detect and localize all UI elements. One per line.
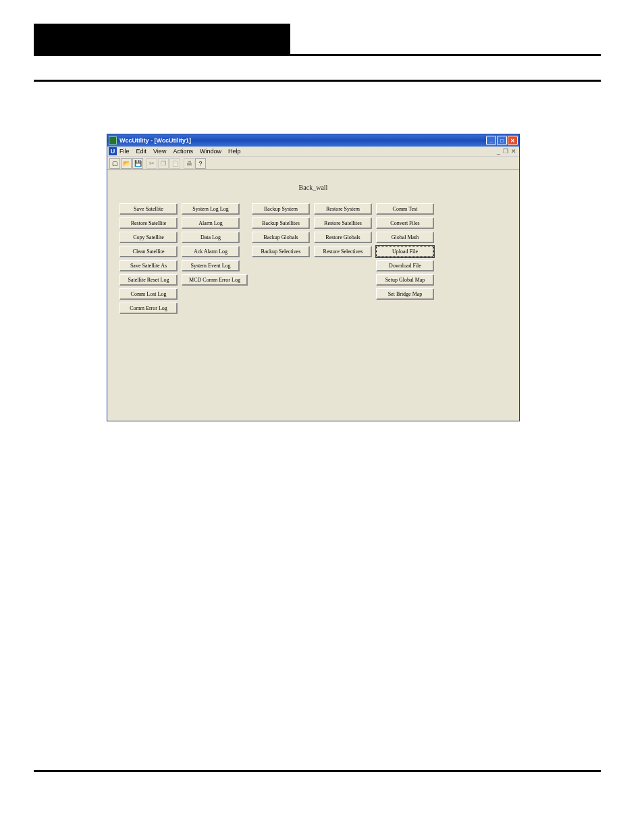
- menubar: U File Edit View Actions Window Help _ ❐…: [107, 147, 519, 157]
- setup-global-map-button[interactable]: Setup Global Map: [376, 274, 434, 286]
- button-col-2: System Log Log Alarm Log Data Log Ack Al…: [182, 203, 248, 314]
- content-label: Back_wall: [111, 184, 515, 191]
- global-math-button[interactable]: Global Math: [376, 232, 434, 243]
- clean-satellite-button[interactable]: Clean Satellite: [119, 246, 178, 257]
- restore-satellites-button[interactable]: Restore Satellites: [314, 217, 372, 229]
- comm-test-button[interactable]: Comm Test: [376, 203, 434, 215]
- horizontal-rule-3: [34, 770, 601, 772]
- print-icon[interactable]: 🖶: [184, 158, 194, 169]
- save-satellite-as-button[interactable]: Save Satellite As: [119, 260, 178, 271]
- mcd-comm-error-log-button[interactable]: MCD Comm Error Log: [182, 274, 248, 286]
- button-col-1: Save Satellite Restore Satellite Copy Sa…: [119, 203, 178, 314]
- header-black-block: [34, 24, 290, 54]
- save-satellite-button[interactable]: Save Satellite: [119, 203, 178, 215]
- menu-help[interactable]: Help: [228, 148, 241, 155]
- toolbar: ▢ 📂 💾 ✂ ❐ 📋 🖶 ?: [107, 157, 519, 170]
- titlebar: WccUtility - [WccUtility1] _ □ ✕: [107, 134, 519, 147]
- button-col-4: Restore System Restore Satellites Restor…: [314, 203, 372, 314]
- mdi-close-button[interactable]: ✕: [511, 148, 516, 155]
- data-log-button[interactable]: Data Log: [182, 232, 240, 243]
- restore-globals-button[interactable]: Restore Globals: [314, 232, 372, 243]
- set-bridge-map-button[interactable]: Set Bridge Map: [376, 288, 434, 300]
- save-icon[interactable]: 💾: [132, 158, 143, 169]
- menu-edit[interactable]: Edit: [136, 148, 147, 155]
- backup-globals-button[interactable]: Backup Globals: [252, 232, 310, 243]
- mdi-icon[interactable]: U: [109, 147, 117, 155]
- new-icon[interactable]: ▢: [109, 158, 120, 169]
- button-col-3: Backup System Backup Satellites Backup G…: [252, 203, 310, 314]
- copy-icon[interactable]: ❐: [158, 158, 169, 169]
- comm-error-log-button[interactable]: Comm Error Log: [119, 303, 178, 314]
- window-controls: _ □ ✕: [486, 136, 518, 145]
- close-button[interactable]: ✕: [508, 136, 518, 145]
- system-event-log-button[interactable]: System Event Log: [182, 260, 240, 271]
- alarm-log-button[interactable]: Alarm Log: [182, 217, 240, 229]
- menu-file[interactable]: File: [119, 148, 130, 155]
- backup-system-button[interactable]: Backup System: [252, 203, 310, 215]
- download-file-button[interactable]: Download File: [376, 260, 434, 271]
- horizontal-rule-1: [34, 54, 601, 56]
- help-icon[interactable]: ?: [195, 158, 206, 169]
- menu-view[interactable]: View: [153, 148, 166, 155]
- restore-selectives-button[interactable]: Restore Selectives: [314, 246, 372, 257]
- backup-selectives-button[interactable]: Backup Selectives: [252, 246, 310, 257]
- button-col-5: Comm Test Convert Files Global Math Uplo…: [376, 203, 434, 314]
- mdi-minimize-button[interactable]: _: [497, 148, 500, 155]
- open-icon[interactable]: 📂: [121, 158, 132, 169]
- maximize-button[interactable]: □: [497, 136, 507, 145]
- mdi-restore-button[interactable]: ❐: [503, 148, 508, 155]
- comm-lost-log-button[interactable]: Comm Lost Log: [119, 288, 178, 300]
- paste-icon[interactable]: 📋: [169, 158, 180, 169]
- system-log-log-button[interactable]: System Log Log: [182, 203, 240, 215]
- menu-actions[interactable]: Actions: [173, 148, 193, 155]
- app-window: WccUtility - [WccUtility1] _ □ ✕ U File …: [107, 134, 520, 421]
- menu-window[interactable]: Window: [200, 148, 221, 155]
- convert-files-button[interactable]: Convert Files: [376, 217, 434, 229]
- cut-icon[interactable]: ✂: [146, 158, 157, 169]
- horizontal-rule-2: [34, 80, 601, 82]
- window-title: WccUtility - [WccUtility1]: [119, 137, 486, 144]
- upload-file-button[interactable]: Upload File: [376, 246, 434, 257]
- minimize-button[interactable]: _: [486, 136, 496, 145]
- mdi-controls: _ ❐ ✕: [497, 148, 519, 155]
- ack-alarm-log-button[interactable]: Ack Alarm Log: [182, 246, 240, 257]
- app-icon: [109, 136, 117, 145]
- copy-satellite-button[interactable]: Copy Satellite: [119, 232, 178, 243]
- restore-system-button[interactable]: Restore System: [314, 203, 372, 215]
- restore-satellite-button[interactable]: Restore Satellite: [119, 217, 178, 229]
- satellite-reset-log-button[interactable]: Satellite Reset Log: [119, 274, 178, 286]
- backup-satellites-button[interactable]: Backup Satellites: [252, 217, 310, 229]
- button-grid: Save Satellite Restore Satellite Copy Sa…: [119, 203, 515, 314]
- client-area: Back_wall Save Satellite Restore Satelli…: [107, 170, 519, 421]
